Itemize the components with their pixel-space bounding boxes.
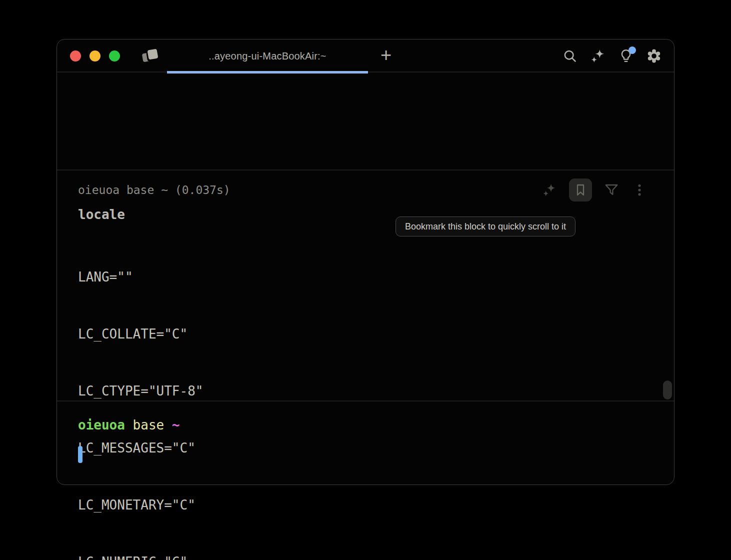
tips-button[interactable] — [618, 48, 634, 64]
tab-bar: ..ayeong-ui-MacBookAir:~ + — [57, 40, 674, 72]
command-text: locale — [78, 207, 674, 222]
bookmark-icon — [572, 182, 588, 198]
search-icon — [562, 48, 578, 64]
output-line: LC_NUMERIC="C" — [78, 552, 674, 560]
prompt-context: base — [133, 418, 164, 432]
tab-title: ..ayeong-ui-MacBookAir:~ — [208, 50, 326, 62]
settings-button[interactable] — [646, 48, 662, 64]
block-meta-text: oieuoa base ~ (0.037s) — [78, 184, 230, 196]
prompt-path: ~ — [172, 418, 180, 432]
bookmark-tooltip: Bookmark this block to quickly scroll to… — [396, 216, 576, 236]
book-page-front — [147, 48, 158, 60]
tooltip-text: Bookmark this block to quickly scroll to… — [405, 222, 566, 232]
terminal-input-area[interactable]: oieuoa base ~ — [57, 402, 674, 484]
more-options-button[interactable] — [631, 182, 648, 198]
traffic-lights — [70, 40, 120, 72]
funnel-icon — [604, 182, 620, 198]
notification-dot — [628, 46, 636, 54]
output-line: LC_CTYPE="UTF-8" — [78, 382, 674, 400]
command-output: LANG="" LC_COLLATE="C" LC_CTYPE="UTF-8" … — [78, 230, 674, 560]
book-pages-icon[interactable] — [142, 50, 158, 64]
active-terminal-tab[interactable]: ..ayeong-ui-MacBookAir:~ — [167, 40, 368, 72]
block-header: oieuoa base ~ (0.037s) — [57, 170, 674, 202]
output-line: LANG="" — [78, 268, 674, 286]
scrollbar-thumb[interactable] — [663, 380, 672, 400]
block-actions — [541, 178, 648, 202]
close-window-button[interactable] — [70, 50, 81, 62]
plus-icon: + — [380, 46, 392, 64]
prompt-line: oieuoa base ~ — [78, 418, 674, 432]
output-line: LC_COLLATE="C" — [78, 324, 674, 344]
text-cursor — [78, 446, 82, 463]
new-tab-button[interactable]: + — [374, 40, 398, 72]
minimize-window-button[interactable] — [90, 50, 100, 62]
sparkles-icon — [590, 48, 606, 64]
output-line: LC_MONETARY="C" — [78, 496, 674, 514]
terminal-window: ..ayeong-ui-MacBookAir:~ + — [56, 39, 674, 485]
block-ai-button[interactable] — [541, 182, 558, 198]
sparkles-icon — [542, 182, 557, 198]
filter-block-button[interactable] — [603, 182, 620, 198]
kebab-menu-icon — [632, 182, 647, 198]
active-tab-indicator — [167, 71, 368, 74]
search-button[interactable] — [562, 48, 578, 64]
gear-icon — [646, 48, 662, 64]
command-block: oieuoa base ~ (0.037s) — [57, 170, 674, 560]
window-toolbar — [562, 40, 662, 72]
bookmark-block-button[interactable] — [569, 178, 592, 202]
prompt-user: oieuoa — [78, 418, 125, 432]
ai-assistant-button[interactable] — [590, 48, 606, 64]
zoom-window-button[interactable] — [109, 50, 120, 62]
